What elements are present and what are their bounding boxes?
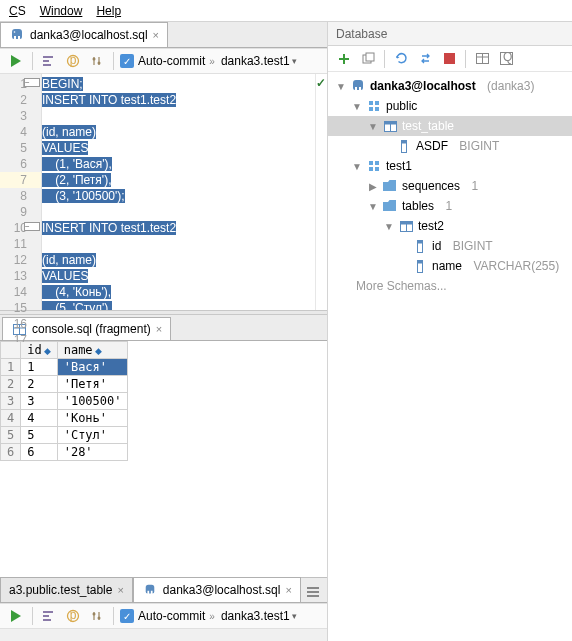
menu-window[interactable]: Window bbox=[34, 2, 89, 20]
target-combo[interactable]: danka3.test1 ▾ bbox=[219, 54, 299, 68]
result-grid[interactable]: id◆name◆11'Вася'22'Петя'33'100500'44'Кон… bbox=[0, 341, 327, 577]
table-row[interactable]: 66'28' bbox=[1, 444, 128, 461]
svg-rect-2 bbox=[43, 60, 49, 62]
chevrons-icon[interactable]: » bbox=[209, 56, 215, 67]
svg-rect-32 bbox=[375, 107, 379, 111]
svg-text:QL: QL bbox=[503, 52, 513, 64]
tree-schema-test1[interactable]: ▼ test1 bbox=[328, 156, 572, 176]
chevrons-icon[interactable]: » bbox=[209, 611, 215, 622]
svg-point-20 bbox=[98, 617, 101, 620]
tree-schema-public[interactable]: ▼ public bbox=[328, 96, 572, 116]
svg-rect-38 bbox=[369, 161, 373, 165]
bottom-tab-2[interactable]: danka3@localhost.sql × bbox=[133, 577, 301, 602]
svg-rect-13 bbox=[307, 595, 319, 597]
column-icon bbox=[412, 258, 428, 274]
duplicate-button[interactable] bbox=[358, 49, 378, 69]
svg-rect-22 bbox=[366, 53, 374, 61]
settings-button[interactable] bbox=[87, 606, 107, 626]
tree-folder-tables[interactable]: ▼ tables 1 bbox=[328, 196, 572, 216]
svg-rect-46 bbox=[417, 240, 422, 243]
table-row[interactable]: 44'Конь' bbox=[1, 410, 128, 427]
param-button[interactable]: p bbox=[63, 606, 83, 626]
run-button[interactable] bbox=[6, 51, 26, 71]
bottom-tabs: a3.public.test_table × danka3@localhost.… bbox=[0, 577, 327, 603]
col-header[interactable]: name◆ bbox=[57, 342, 128, 359]
col-header[interactable]: id◆ bbox=[21, 342, 57, 359]
tree-root[interactable]: ▼ danka3@localhost (danka3) bbox=[328, 76, 572, 96]
tree-column-name[interactable]: name VARCHAR(255) bbox=[328, 256, 572, 276]
svg-rect-39 bbox=[375, 161, 379, 165]
svg-rect-30 bbox=[375, 101, 379, 105]
target-combo[interactable]: danka3.test1▾ bbox=[219, 609, 299, 623]
stop-button[interactable] bbox=[439, 49, 459, 69]
svg-text:p: p bbox=[70, 609, 77, 622]
table-row[interactable]: 22'Петя' bbox=[1, 376, 128, 393]
result-tabs: console.sql (fragment) × bbox=[0, 315, 327, 341]
tree-more-schemas[interactable]: More Schemas... bbox=[328, 276, 572, 296]
column-icon bbox=[412, 238, 428, 254]
editor-tab-label: danka3@localhost.sql bbox=[30, 28, 148, 42]
db-panel-header: Database bbox=[328, 22, 572, 46]
table-icon bbox=[382, 118, 398, 134]
bottom-tab-1[interactable]: a3.public.test_table × bbox=[0, 577, 133, 602]
sql-editor[interactable]: 1−2345678910−11121314151617 BEGIN;INSERT… bbox=[0, 74, 327, 310]
elephant-icon bbox=[9, 27, 25, 43]
explain-button[interactable] bbox=[39, 51, 59, 71]
param-button[interactable]: p bbox=[63, 51, 83, 71]
tab-list-icon[interactable] bbox=[303, 582, 323, 602]
table-row[interactable]: 11'Вася' bbox=[1, 359, 128, 376]
svg-rect-37 bbox=[401, 140, 406, 143]
svg-rect-40 bbox=[369, 167, 373, 171]
refresh-button[interactable] bbox=[391, 49, 411, 69]
tree-table-test2[interactable]: ▼ test2 bbox=[328, 216, 572, 236]
tree-column-asdf[interactable]: ASDF BIGINT bbox=[328, 136, 572, 156]
autocommit-label: Auto-commit bbox=[138, 54, 205, 68]
menu-vcs[interactable]: CS bbox=[3, 2, 32, 20]
autocommit-checkbox[interactable]: ✓ bbox=[120, 609, 134, 623]
svg-text:p: p bbox=[70, 54, 77, 67]
db-tree[interactable]: ▼ danka3@localhost (danka3) ▼ public ▼ t… bbox=[328, 72, 572, 641]
svg-point-6 bbox=[93, 58, 96, 61]
table-view-button[interactable] bbox=[472, 49, 492, 69]
svg-point-7 bbox=[98, 62, 101, 65]
menu-bar: CS Window Help bbox=[0, 0, 572, 22]
explain-button[interactable] bbox=[39, 606, 59, 626]
sync-button[interactable] bbox=[415, 49, 435, 69]
svg-rect-16 bbox=[43, 619, 51, 621]
column-icon bbox=[396, 138, 412, 154]
autocommit-label: Auto-commit bbox=[138, 609, 205, 623]
close-icon[interactable]: × bbox=[285, 584, 291, 596]
console-button[interactable]: QL bbox=[496, 49, 516, 69]
close-icon[interactable]: × bbox=[117, 584, 123, 596]
elephant-icon bbox=[350, 78, 366, 94]
schema-icon bbox=[366, 98, 382, 114]
autocommit-checkbox[interactable]: ✓ bbox=[120, 54, 134, 68]
tree-folder-sequences[interactable]: ▶ sequences 1 bbox=[328, 176, 572, 196]
table-row[interactable]: 33'100500' bbox=[1, 393, 128, 410]
svg-rect-23 bbox=[444, 53, 455, 64]
tree-table-test-table[interactable]: ▼ test_table bbox=[328, 116, 572, 136]
svg-rect-31 bbox=[369, 107, 373, 111]
svg-point-0 bbox=[14, 31, 16, 33]
tree-column-id[interactable]: id BIGINT bbox=[328, 236, 572, 256]
svg-rect-3 bbox=[43, 64, 51, 66]
editor-toolbar: p ✓ Auto-commit » danka3.test1 ▾ bbox=[0, 48, 327, 74]
svg-point-19 bbox=[93, 613, 96, 616]
schema-icon bbox=[366, 158, 382, 174]
close-icon[interactable]: × bbox=[153, 29, 159, 41]
menu-help[interactable]: Help bbox=[90, 2, 127, 20]
editor-code[interactable]: BEGIN;INSERT INTO test1.test2(id, name)V… bbox=[42, 74, 327, 310]
editor-tab[interactable]: danka3@localhost.sql × bbox=[0, 22, 168, 47]
settings-button[interactable] bbox=[87, 51, 107, 71]
close-icon[interactable]: × bbox=[156, 323, 162, 335]
add-button[interactable] bbox=[334, 49, 354, 69]
svg-rect-29 bbox=[369, 101, 373, 105]
svg-rect-15 bbox=[43, 615, 49, 617]
run-button[interactable] bbox=[6, 606, 26, 626]
svg-rect-12 bbox=[307, 591, 319, 593]
svg-rect-41 bbox=[375, 167, 379, 171]
editor-gutter: 1−2345678910−11121314151617 bbox=[0, 74, 42, 310]
table-row[interactable]: 55'Стул' bbox=[1, 427, 128, 444]
ok-mark-icon: ✓ bbox=[316, 76, 326, 90]
db-toolbar: QL bbox=[328, 46, 572, 72]
